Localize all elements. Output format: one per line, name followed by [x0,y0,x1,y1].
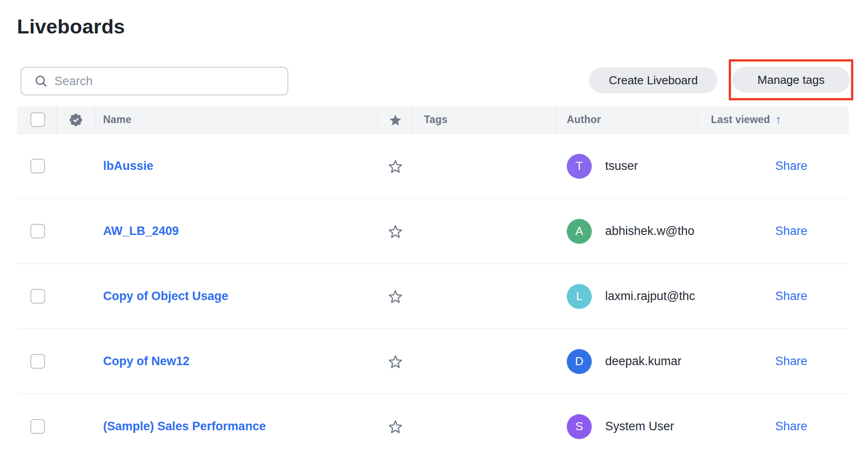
author-avatar: S [567,414,592,439]
liveboards-page: Liveboards Create Liveboard Manage tags [0,0,868,457]
author-column-label: Author [567,114,601,126]
select-all-checkbox[interactable] [30,112,45,127]
search-input[interactable] [54,74,278,88]
table-row: lbAussie T tsuser Share [17,134,849,199]
row-verified-cell [57,264,95,329]
author-name: abhishek.w@tho [605,224,694,238]
page-title: Liveboards [17,15,125,38]
manage-tags-button[interactable]: Manage tags [732,67,850,93]
row-tags-cell [413,394,556,457]
row-verified-cell [57,329,95,394]
favorite-star-icon[interactable] [388,159,403,173]
liveboards-table: Name Tags Author Last viewed ↑ lbAussie [17,106,849,457]
share-link[interactable]: Share [775,354,807,368]
row-verified-cell [57,199,95,263]
row-checkbox[interactable] [30,419,45,434]
name-column-label: Name [103,114,131,126]
liveboard-name-link[interactable]: (Sample) Sales Performance [103,420,266,433]
favorite-star-icon[interactable] [388,224,403,239]
author-name: laxmi.rajput@thc [605,289,695,303]
row-tags-cell [413,264,556,329]
row-verified-cell [57,394,95,457]
share-link[interactable]: Share [775,420,807,433]
row-tags-cell [413,329,556,394]
row-author-cell: L laxmi.rajput@thc [556,264,698,329]
author-avatar: D [567,349,592,374]
column-header-favorites [378,106,413,133]
table-row: Copy of New12 D deepak.kumar Share [17,329,849,394]
share-link[interactable]: Share [775,289,807,303]
create-liveboard-button[interactable]: Create Liveboard [589,67,718,93]
row-author-cell: A abhishek.w@tho [556,199,698,263]
row-author-cell: D deepak.kumar [556,329,698,394]
share-link[interactable]: Share [775,159,807,173]
favorite-star-icon[interactable] [388,289,403,304]
author-avatar: T [567,154,592,179]
tags-column-label: Tags [424,114,448,126]
column-header-name[interactable]: Name [95,106,378,133]
row-checkbox[interactable] [30,354,45,369]
column-header-last-viewed[interactable]: Last viewed ↑ [698,106,849,133]
row-checkbox[interactable] [30,289,45,304]
row-checkbox[interactable] [30,159,45,173]
row-author-cell: S System User [556,394,698,457]
search-icon [34,74,48,88]
row-tags-cell [413,134,556,198]
sort-ascending-arrow-icon[interactable]: ↑ [776,113,781,127]
search-box[interactable] [21,67,288,95]
author-avatar: L [567,284,592,309]
liveboard-name-link[interactable]: Copy of Object Usage [103,289,228,303]
table-row: Copy of Object Usage L laxmi.rajput@thc … [17,264,849,329]
table-row: (Sample) Sales Performance S System User… [17,394,849,457]
author-name: tsuser [605,159,638,173]
row-checkbox[interactable] [30,224,45,239]
liveboard-name-link[interactable]: Copy of New12 [103,354,190,368]
header-verified-cell [57,106,95,133]
share-link[interactable]: Share [775,224,807,238]
verified-badge-icon [69,113,83,127]
favorite-star-icon[interactable] [388,420,403,434]
row-verified-cell [57,134,95,198]
author-name: System User [605,420,674,433]
favorites-star-icon [389,113,402,127]
favorite-star-icon[interactable] [388,354,403,369]
table-row: AW_LB_2409 A abhishek.w@tho Share [17,199,849,264]
manage-tags-highlight-box: Manage tags [729,59,853,100]
row-tags-cell [413,199,556,263]
table-header-row: Name Tags Author Last viewed ↑ [17,106,849,134]
author-name: deepak.kumar [605,354,681,368]
liveboard-name-link[interactable]: AW_LB_2409 [103,224,179,238]
column-header-tags[interactable]: Tags [413,106,556,133]
header-checkbox-cell [17,106,57,133]
row-author-cell: T tsuser [556,134,698,198]
column-header-author[interactable]: Author [556,106,698,133]
author-avatar: A [567,219,592,244]
last-viewed-column-label: Last viewed [711,114,770,126]
liveboard-name-link[interactable]: lbAussie [103,159,154,173]
